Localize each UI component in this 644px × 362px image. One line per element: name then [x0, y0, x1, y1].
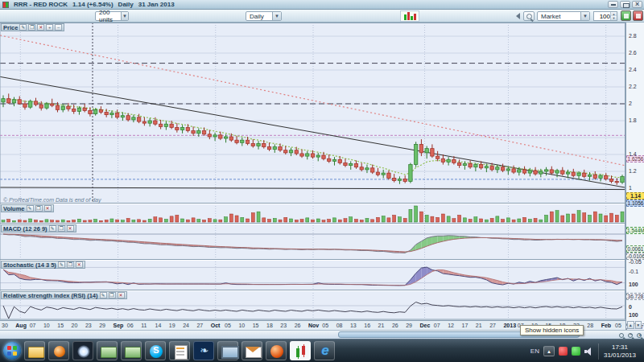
price-axis-label: 2.6: [629, 50, 637, 56]
skype-icon[interactable]: [145, 341, 166, 360]
collapse-arrow-icon[interactable]: [516, 13, 520, 19]
time-axis-label: 14: [155, 323, 162, 328]
spin-up-icon: ▲: [627, 321, 634, 329]
time-axis-label: 29: [406, 323, 412, 328]
computer-icon[interactable]: [217, 341, 238, 360]
time-axis-label: 21: [476, 323, 482, 328]
chevron-down-icon[interactable]: ▼: [272, 12, 281, 20]
axis-spinner[interactable]: ▲▼: [627, 321, 642, 329]
app-icon: [2, 2, 9, 8]
prorealtime-logo-icon: [400, 10, 419, 22]
glow-circle-icon[interactable]: [72, 341, 93, 360]
status-icon[interactable]: [572, 347, 580, 356]
symbol-title: RRR - RED ROCK: [14, 1, 68, 8]
trading-sphere-icon[interactable]: [266, 341, 287, 360]
price-panel-header[interactable]: Price ✎ ❐ ✕ + −: [1, 23, 64, 31]
prorealtime-icon[interactable]: [290, 341, 311, 360]
windows-taskbar: EN ▲ 17:31 31/01/2013: [0, 339, 644, 362]
stoch-badge: 36.728: [626, 293, 644, 300]
start-orb-icon[interactable]: [3, 342, 21, 360]
stochastic-panel-header[interactable]: Stochastic (14 3 5) ✎ ❐ ✕: [1, 261, 85, 269]
time-axis-label: 21: [378, 323, 385, 328]
maximize-button[interactable]: [620, 1, 630, 8]
time-axis-label: 13: [350, 323, 357, 328]
notes-icon[interactable]: [169, 341, 190, 360]
wrench-icon[interactable]: ✎: [49, 225, 56, 232]
close-icon[interactable]: ✕: [37, 24, 44, 31]
price-axis-label: 1.2: [629, 168, 637, 174]
close-button[interactable]: [632, 1, 642, 8]
macd-panel-header[interactable]: MACD (12 26 9) ✎ ❐ ✕: [1, 224, 76, 232]
window-icon[interactable]: ❐: [109, 292, 116, 298]
window-icon[interactable]: ❐: [28, 24, 35, 31]
minimize-button[interactable]: [608, 1, 618, 8]
price-axis-label: 2.4: [629, 67, 637, 72]
date-label: 31 Jan 2013: [138, 1, 175, 8]
wrench-icon[interactable]: ✎: [100, 292, 107, 298]
wrench-icon[interactable]: ✎: [27, 205, 34, 212]
feather-app-icon[interactable]: [193, 341, 214, 360]
time-axis-label: 06: [127, 323, 134, 328]
quantity-input[interactable]: [594, 12, 610, 20]
time-axis-label: 26: [392, 323, 398, 328]
search-button[interactable]: [523, 11, 535, 21]
chevron-down-icon[interactable]: ▼: [580, 12, 589, 20]
stop-price-badge: 1.1056: [626, 200, 644, 207]
folder-green-icon[interactable]: [97, 341, 118, 360]
close-icon[interactable]: ✕: [76, 261, 83, 268]
last-price-badge: 1.14: [626, 192, 644, 200]
buy-button[interactable]: [621, 10, 631, 21]
time-axis-label: 07: [434, 323, 440, 328]
units-dropdown[interactable]: 200 units ▼: [95, 11, 129, 21]
window-icon[interactable]: ❐: [35, 205, 43, 212]
quantity-stepper[interactable]: ▲▼: [593, 11, 617, 21]
zoom-reset-button[interactable]: [619, 333, 624, 338]
order-type-dropdown[interactable]: Market ▼: [537, 11, 590, 21]
volume-badge: 1.544M: [626, 227, 644, 234]
internet-explorer-icon[interactable]: [314, 341, 335, 360]
sell-button[interactable]: [633, 10, 643, 21]
price-axis-label: 1.8: [629, 117, 637, 123]
price-axis-label: 1: [629, 185, 632, 191]
price-axis-label: 2: [629, 101, 632, 106]
window-titlebar[interactable]: RRR - RED ROCK 1.14 (+6.54%) Daily 31 Ja…: [0, 0, 644, 10]
wrench-icon[interactable]: ✎: [19, 24, 27, 31]
time-axis-label: Feb: [601, 323, 611, 328]
chevron-down-icon[interactable]: ▼: [121, 12, 128, 20]
time-axis-label: 2013: [503, 323, 516, 328]
time-axis-label: 18: [266, 323, 273, 328]
language-indicator[interactable]: EN: [530, 348, 539, 355]
timeframe-label: Daily: [118, 1, 134, 8]
time-axis-label: 26: [295, 323, 301, 328]
close-icon[interactable]: ✕: [44, 205, 52, 212]
zoom-out-button[interactable]: −: [628, 333, 633, 338]
media-player-icon[interactable]: [48, 341, 69, 360]
macd-axis-label: -0.1: [629, 269, 638, 274]
volume-panel-header[interactable]: Volume ✎ ❐ ✕: [1, 204, 54, 212]
chart-canvas[interactable]: [0, 23, 625, 320]
speaker-icon[interactable]: [584, 347, 594, 356]
spin-down-icon[interactable]: ▼: [611, 16, 617, 20]
time-axis-label: Dec: [420, 323, 431, 328]
zoom-in-icon[interactable]: +: [46, 24, 53, 31]
close-icon[interactable]: ✕: [67, 225, 74, 232]
zoom-out-icon[interactable]: −: [55, 24, 62, 31]
mail-icon[interactable]: [242, 341, 262, 360]
zoom-in-button[interactable]: +: [637, 333, 642, 338]
window-icon[interactable]: ❐: [67, 261, 74, 268]
action-center-icon[interactable]: [559, 347, 568, 356]
system-tray: EN ▲ 17:31 31/01/2013: [530, 339, 644, 362]
time-axis-label: Aug: [15, 323, 27, 328]
period-dropdown[interactable]: Daily ▼: [246, 11, 282, 21]
taskbar-clock[interactable]: 17:31 31/01/2013: [598, 343, 641, 360]
rsi-panel-header[interactable]: Relative strength index (RSI) (14) ✎ ❐ ✕: [1, 291, 127, 299]
close-icon[interactable]: ✕: [118, 292, 125, 298]
time-axis-label: 05: [225, 323, 231, 328]
explorer-icon[interactable]: [24, 341, 45, 360]
folder-green-icon[interactable]: [121, 341, 142, 360]
time-axis-label: Oct: [211, 323, 221, 328]
wrench-icon[interactable]: ✎: [58, 261, 65, 268]
show-hidden-icons-button[interactable]: ▲: [543, 346, 555, 356]
copyright-note: © ProRealTime.com Data is end of day: [3, 197, 101, 203]
window-icon[interactable]: ❐: [58, 225, 65, 232]
